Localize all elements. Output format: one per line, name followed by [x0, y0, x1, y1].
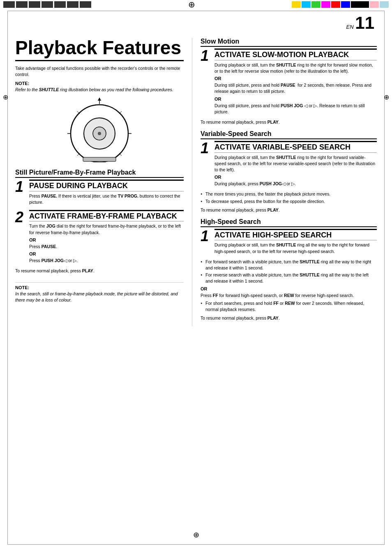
block4: [42, 1, 53, 8]
variable-step1-container: 1 ACTIVATE VARIABLE-SPEED SEARCH During …: [201, 141, 377, 189]
highspeed-bullets2: For short searches, press and hold FF or…: [201, 300, 377, 313]
color-lightblue: [380, 1, 389, 8]
highspeed-bullet-1: For forward search with a visible pictur…: [201, 259, 377, 271]
highspeed-step1-body: During playback or still, turn the SHUTT…: [214, 242, 377, 254]
variable-bullets: The more times you press, the faster the…: [201, 191, 377, 204]
step1-container: 1 PAUSE DURING PLAYBACK Press PAUSE. If …: [15, 180, 184, 207]
step2-or2: OR: [29, 251, 184, 256]
note-italic: Refer to the SHUTTLE ring illustration b…: [15, 87, 184, 93]
variable-bullet-1: The more times you press, the faster the…: [201, 191, 377, 197]
en-label: EN: [346, 24, 354, 30]
center-crosshair: ⊕: [188, 0, 195, 9]
intro-text: Take advantage of special functions poss…: [15, 65, 184, 77]
slow-step1-body: During playback or still, turn the SHUTT…: [214, 62, 377, 74]
color-black: [351, 1, 369, 8]
left-margin-mark: ⊕: [3, 93, 8, 101]
highspeed-step1-content: ACTIVATE HIGH-SPEED SEARCH During playba…: [214, 229, 377, 256]
still-resume: To resume normal playback, press PLAY.: [15, 268, 184, 274]
step2-title: ACTIVATE FRAME-BY-FRAME PLAYBACK: [29, 210, 184, 222]
top-bar-right-colors: [288, 0, 392, 9]
highspeed-bullet-2: For reverse search with a visible pictur…: [201, 272, 377, 284]
highspeed-resume: To resume normal playback, press PLAY.: [201, 315, 377, 321]
step2-number: 2: [15, 210, 27, 225]
block2: [16, 1, 28, 8]
highspeed-or1-body: Press FF for forward high-speed search, …: [201, 292, 377, 299]
top-bar: ⊕: [0, 0, 392, 9]
color-red: [331, 1, 340, 8]
block1: [3, 1, 15, 8]
left-column: Playback Features Take advantage of spec…: [15, 38, 192, 326]
color-green: [311, 1, 321, 8]
color-magenta: [321, 1, 330, 8]
slow-resume: To resume normal playback, press PLAY.: [201, 119, 377, 125]
variable-or1: OR: [214, 175, 377, 180]
block3: [29, 1, 40, 8]
highspeed-or1: OR: [201, 286, 377, 291]
page-outer: ⊕ ⊕ EN 11 Playback Features Take advanta…: [7, 11, 385, 545]
top-bar-left-blocks: [0, 0, 95, 9]
step1-content: PAUSE DURING PLAYBACK Press PAUSE. If th…: [29, 180, 184, 207]
slow-step1-title: ACTIVATE SLOW-MOTION PLAYBACK: [214, 48, 377, 60]
step2-or1-body: Press PAUSE.: [29, 244, 184, 250]
step2-or1: OR: [29, 237, 184, 242]
variable-resume: To resume normal playback, press PLAY.: [201, 207, 377, 213]
slow-or2: OR: [214, 97, 377, 101]
step2-content: ACTIVATE FRAME-BY-FRAME PLAYBACK Turn th…: [29, 210, 184, 266]
slow-or2-body: During still picture, press and hold PUS…: [214, 103, 377, 115]
highspeed-bullet2-1: For short searches, press and hold FF or…: [201, 300, 377, 313]
block6: [67, 1, 78, 8]
variable-section-heading: Variable-Speed Search: [201, 130, 377, 139]
bottom-crosshair: ⊕: [193, 530, 199, 539]
variable-step1-content: ACTIVATE VARIABLE-SPEED SEARCH During pl…: [214, 141, 377, 189]
right-column: Slow Motion 1 ACTIVATE SLOW-MOTION PLAYB…: [192, 38, 377, 326]
page-number: 11: [355, 13, 374, 32]
slow-step1-container: 1 ACTIVATE SLOW-MOTION PLAYBACK During p…: [201, 48, 377, 117]
variable-or1-body: During playback, press PUSH JOG◁ or ▷.: [214, 181, 377, 187]
top-bar-center: ⊕: [95, 0, 288, 9]
page-number-area: EN 11: [346, 14, 374, 32]
svg-marker-5: [98, 97, 101, 101]
slow-section-heading: Slow Motion: [201, 38, 377, 47]
step1-body: Press PAUSE. If there is vertical jitter…: [29, 193, 184, 205]
highspeed-step1-title: ACTIVATE HIGH-SPEED SEARCH: [214, 229, 377, 241]
svg-point-3: [98, 132, 101, 135]
color-cyan: [302, 1, 311, 8]
highspeed-step1-container: 1 ACTIVATE HIGH-SPEED SEARCH During play…: [201, 229, 377, 256]
slow-or1-body: During still picture, press and hold PAU…: [214, 82, 377, 94]
color-yellow: [292, 1, 301, 8]
step2-or2-body: Press PUSH JOG◁ or ▷.: [29, 258, 184, 264]
svg-rect-12: [83, 157, 116, 161]
page-content: Playback Features Take advantage of spec…: [8, 38, 384, 326]
highspeed-section-heading: High-Speed Search: [201, 218, 377, 227]
color-pink: [370, 1, 379, 8]
shuttle-diagram: [15, 97, 184, 162]
highspeed-bullets: For forward search with a visible pictur…: [201, 259, 377, 285]
variable-step1-body: During playback or still, turn the SHUTT…: [214, 154, 377, 173]
right-margin-mark: ⊕: [384, 93, 389, 101]
note-bottom-italic: In the search, still or frame-by-frame p…: [15, 291, 184, 303]
step2-body: Turn the JOG dial to the right for forwa…: [29, 223, 184, 235]
step1-title: PAUSE DURING PLAYBACK: [29, 180, 184, 191]
block7: [80, 1, 91, 8]
note-heading: NOTE:: [15, 81, 184, 86]
variable-step1-number: 1: [201, 141, 212, 156]
main-title: Playback Features: [15, 38, 184, 61]
note-bottom: NOTE: In the search, still or frame-by-f…: [15, 282, 184, 303]
variable-bullet-2: To decrease speed, press the button for …: [201, 198, 377, 205]
highspeed-step1-number: 1: [201, 229, 212, 244]
slow-step1-content: ACTIVATE SLOW-MOTION PLAYBACK During pla…: [214, 48, 377, 117]
slow-step1-number: 1: [201, 48, 212, 63]
still-section-heading: Still Picture/Frame-By-Frame Playback: [15, 169, 184, 178]
block5: [54, 1, 66, 8]
shuttle-svg: [58, 97, 141, 162]
variable-step1-title: ACTIVATE VARIABLE-SPEED SEARCH: [214, 141, 377, 153]
color-blue: [341, 1, 350, 8]
step2-container: 2 ACTIVATE FRAME-BY-FRAME PLAYBACK Turn …: [15, 210, 184, 266]
slow-or1: OR: [214, 76, 377, 81]
step1-number: 1: [15, 180, 27, 194]
note-bottom-heading: NOTE:: [15, 285, 184, 290]
